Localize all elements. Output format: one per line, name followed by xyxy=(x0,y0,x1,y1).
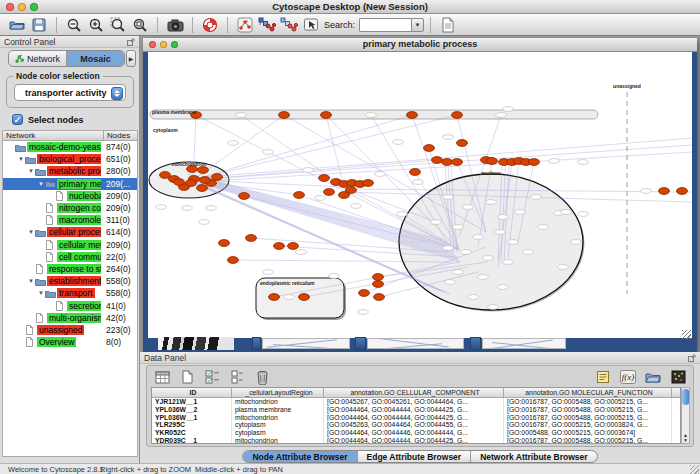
tree-row[interactable]: macromolecule 311(0) xyxy=(3,214,137,226)
network-window-titlebar[interactable]: primary metabolic process xyxy=(143,38,697,52)
column-header[interactable]: annotation.GO MOLECULAR_FUNCTION xyxy=(504,388,672,397)
more-tabs-arrow[interactable]: ▶ xyxy=(126,50,136,67)
tree-row[interactable]: mosaic-demo-yeast 874(0) xyxy=(3,141,137,153)
attribute-table-header[interactable]: ID_cellularLayoutRegionannotation.GO CEL… xyxy=(152,388,680,398)
scrollbar-arrows[interactable]: ▲▼ xyxy=(682,433,689,443)
tree-row[interactable]: ▼ metabolic process 280(0) xyxy=(3,165,137,177)
network-overlay-1-icon[interactable] xyxy=(258,16,276,34)
table-cell[interactable]: [GO:0044464, GO:0044446, GO:0044444, G..… xyxy=(324,429,504,437)
tree-row[interactable]: cellular metabol 209(0) xyxy=(3,239,137,251)
new-network-icon[interactable] xyxy=(236,16,254,34)
table-row[interactable]: YPL036W__2plasma membrane[GO:0044464, GO… xyxy=(152,406,680,414)
float-panel-icon[interactable] xyxy=(127,38,135,46)
network-canvas[interactable]: plasma membranecytoplasmmitochondrionnuc… xyxy=(148,52,692,338)
table-row[interactable]: YDR039C__1mitochondrion[GO:0044464, GO:0… xyxy=(152,437,680,444)
table-row[interactable]: YPL036W__1mitochondrion[GO:0044464, GO:0… xyxy=(152,414,680,422)
tree-row[interactable]: ▼ transport 558(0) xyxy=(3,287,137,299)
delete-attribute-icon[interactable] xyxy=(253,368,271,386)
tree-row[interactable]: nucleobase- 209(0) xyxy=(3,190,137,202)
table-cell[interactable]: cytoplasm xyxy=(232,429,324,437)
expand-arrow-icon[interactable]: ▼ xyxy=(37,181,45,187)
table-cell[interactable]: YPL036W__1 xyxy=(152,414,232,422)
column-header[interactable]: ID xyxy=(152,388,232,397)
table-cell[interactable]: mitochondrion xyxy=(232,437,324,444)
table-cell[interactable]: YLR295C xyxy=(152,421,232,429)
table-cell[interactable]: YJR121W__1 xyxy=(152,398,232,406)
window-resize-grip[interactable] xyxy=(690,465,699,474)
tree-row[interactable]: ▼ cellular process 614(0) xyxy=(3,226,137,238)
network-overlay-2-icon[interactable] xyxy=(280,16,298,34)
column-header[interactable]: _cellularLayoutRegion xyxy=(232,388,324,397)
import-attributes-icon[interactable] xyxy=(644,368,662,386)
attr-list-icon[interactable] xyxy=(228,368,246,386)
tree-row[interactable]: cell communicat 22(0) xyxy=(3,251,137,263)
node-color-dropdown[interactable]: transporter activity xyxy=(14,84,126,101)
tree-row[interactable]: multi-organism pro 42(0) xyxy=(3,312,137,324)
tree-row[interactable]: Overview 8(0) xyxy=(3,336,137,348)
table-cell[interactable]: [GO:0005488, GO:0005215, GO:0003674] xyxy=(504,429,672,437)
expand-arrow-icon[interactable]: ▼ xyxy=(17,156,25,162)
table-cell[interactable]: plasma membrane xyxy=(232,406,324,414)
tree-column-headers[interactable]: Network Nodes xyxy=(2,130,138,141)
view-resize-grip[interactable] xyxy=(682,330,691,339)
table-cell[interactable]: mitochondrion xyxy=(232,398,324,406)
zoom-fit-icon[interactable] xyxy=(131,16,149,34)
tree-row[interactable]: ▼ biological_process 651(0) xyxy=(3,153,137,165)
table-cell[interactable]: YKR052C xyxy=(152,429,232,437)
plain-node-layer[interactable] xyxy=(156,107,652,315)
select-attributes-icon[interactable] xyxy=(203,368,221,386)
scrollbar-thumb[interactable] xyxy=(682,389,689,405)
table-cell[interactable]: [GO:0044464, GO:0044444, GO:0044425, G..… xyxy=(324,414,504,422)
new-attribute-icon[interactable] xyxy=(178,368,196,386)
background-windows[interactable] xyxy=(150,337,576,350)
help-lifering-icon[interactable] xyxy=(201,16,219,34)
attribute-table[interactable]: ID_cellularLayoutRegionannotation.GO CEL… xyxy=(151,387,681,444)
snapshot-camera-icon[interactable] xyxy=(166,16,184,34)
table-cell[interactable]: YDR039C__1 xyxy=(152,437,232,444)
tab-edge-attribute-browser[interactable]: Edge Attribute Browser xyxy=(358,451,472,462)
table-cell[interactable]: [GO:0016787, GO:0005488, GO:0005215, G..… xyxy=(504,406,672,414)
zoom-selected-icon[interactable] xyxy=(109,16,127,34)
table-cell[interactable]: [GO:0045263, GO:0044464, GO:0044455, G..… xyxy=(324,421,504,429)
tree-row[interactable]: nitrogen compo 209(0) xyxy=(3,202,137,214)
attr-table-icon[interactable] xyxy=(153,368,171,386)
expand-arrow-icon[interactable]: ▼ xyxy=(27,168,35,174)
select-nodes-checkbox[interactable]: ✓ xyxy=(12,114,23,125)
annotation-icon[interactable] xyxy=(594,368,612,386)
zoom-in-icon[interactable] xyxy=(87,16,105,34)
table-row[interactable]: YLR295Ccytoplasm[GO:0045263, GO:0044464,… xyxy=(152,421,680,429)
expand-arrow-icon[interactable]: ▼ xyxy=(37,290,45,296)
search-input[interactable] xyxy=(359,18,411,32)
tree-row[interactable]: unassigned 223(0) xyxy=(3,324,137,336)
tab-network-attribute-browser[interactable]: Network Attribute Browser xyxy=(471,451,596,462)
table-cell[interactable]: YPL036W__2 xyxy=(152,406,232,414)
table-cell[interactable]: [GO:0016787, GO:0005215, GO:0003824, G..… xyxy=(504,421,672,429)
window-titlebar[interactable]: Cytoscape Desktop (New Session) xyxy=(0,0,700,14)
open-folder-icon[interactable] xyxy=(8,16,26,34)
table-cell[interactable]: [GO:0044464, GO:0044444, GO:0044425, G..… xyxy=(324,437,504,444)
attr-matrix-icon[interactable] xyxy=(669,368,687,386)
tab-node-attribute-browser[interactable]: Node Attribute Browser xyxy=(243,451,357,462)
network-view-window[interactable]: primary metabolic process plasma membran… xyxy=(143,38,697,352)
float-panel-icon[interactable] xyxy=(688,354,696,362)
table-cell[interactable]: cytoplasm xyxy=(232,421,324,429)
tree-row[interactable]: ▼ primary metabo 209(... xyxy=(3,178,137,190)
table-cell[interactable]: [GO:0045267, GO:0045261, GO:0044464, G..… xyxy=(324,398,504,406)
tree-row[interactable]: response to stimulu 264(0) xyxy=(3,263,137,275)
import-table-icon[interactable] xyxy=(439,16,457,34)
zoom-out-icon[interactable] xyxy=(65,16,83,34)
function-builder-icon[interactable]: f(x) xyxy=(619,368,637,386)
table-cell[interactable]: [GO:0016787, GO:0005488, GO:0005215, G..… xyxy=(504,414,672,422)
table-row[interactable]: YKR052Ccytoplasm[GO:0044464, GO:0044446,… xyxy=(152,429,680,437)
tree-row[interactable]: ▼ establishment of lo 558(0) xyxy=(3,275,137,287)
table-cell[interactable]: [GO:0016787, GO:0005488, GO:0005215, G..… xyxy=(504,398,672,406)
tab-mosaic[interactable]: Mosaic xyxy=(67,51,124,66)
tab-network[interactable]: Network xyxy=(9,51,67,66)
table-row[interactable]: YJR121W__1mitochondrion[GO:0045267, GO:0… xyxy=(152,398,680,406)
table-cell[interactable]: mitochondrion xyxy=(232,414,324,422)
save-icon[interactable] xyxy=(30,16,48,34)
search-dropdown-arrow[interactable]: ▼ xyxy=(411,18,424,32)
tree-row[interactable]: secretion 41(0) xyxy=(3,299,137,311)
expand-arrow-icon[interactable]: ▼ xyxy=(27,229,35,235)
table-cell[interactable]: [GO:0044464, GO:0044444, GO:0044425, G..… xyxy=(324,406,504,414)
